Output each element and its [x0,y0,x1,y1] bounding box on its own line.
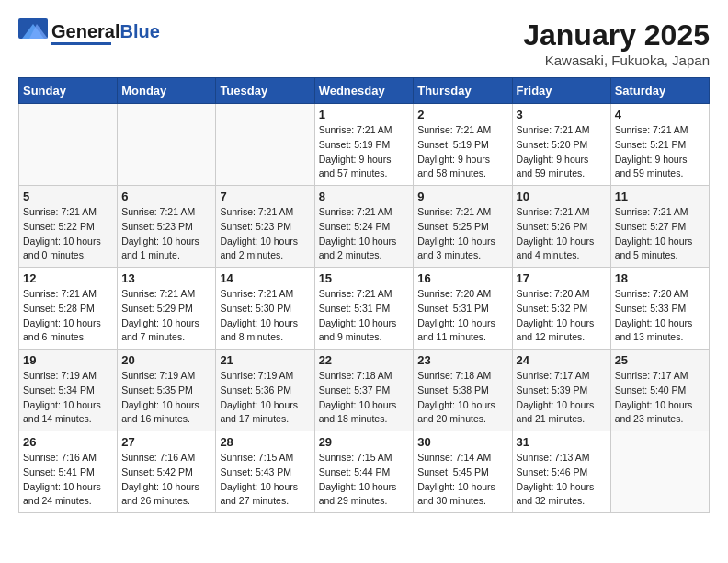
calendar-cell: 26Sunrise: 7:16 AMSunset: 5:41 PMDayligh… [19,431,118,513]
day-number: 26 [23,435,113,449]
title-area: January 2025 Kawasaki, Fukuoka, Japan [523,18,710,68]
calendar-cell: 7Sunrise: 7:21 AMSunset: 5:23 PMDaylight… [216,186,314,268]
logo-underline [51,42,111,45]
day-number: 16 [417,271,507,285]
day-info: Sunrise: 7:21 AMSunset: 5:23 PMDaylight:… [121,205,211,263]
calendar-header-row: SundayMondayTuesdayWednesdayThursdayFrid… [19,78,710,104]
day-info: Sunrise: 7:21 AMSunset: 5:19 PMDaylight:… [417,123,507,181]
calendar-cell: 1Sunrise: 7:21 AMSunset: 5:19 PMDaylight… [314,104,414,186]
calendar-cell: 6Sunrise: 7:21 AMSunset: 5:23 PMDaylight… [118,186,216,268]
day-number: 11 [615,190,705,203]
logo-icon [18,18,48,48]
day-header-saturday: Saturday [610,78,709,104]
day-header-wednesday: Wednesday [314,78,414,104]
calendar-cell: 21Sunrise: 7:19 AMSunset: 5:36 PMDayligh… [216,350,314,431]
day-number: 27 [121,435,211,449]
day-info: Sunrise: 7:17 AMSunset: 5:39 PMDaylight:… [517,369,607,427]
day-number: 4 [615,108,705,121]
day-number: 22 [319,353,410,367]
day-number: 28 [220,435,310,449]
calendar-cell: 9Sunrise: 7:21 AMSunset: 5:25 PMDaylight… [414,186,512,268]
day-info: Sunrise: 7:21 AMSunset: 5:23 PMDaylight:… [220,205,310,263]
day-info: Sunrise: 7:21 AMSunset: 5:30 PMDaylight:… [220,287,310,345]
day-number: 17 [517,271,607,285]
day-info: Sunrise: 7:16 AMSunset: 5:41 PMDaylight:… [23,451,113,509]
calendar-cell [118,104,216,186]
day-info: Sunrise: 7:21 AMSunset: 5:25 PMDaylight:… [417,205,507,263]
calendar-cell: 10Sunrise: 7:21 AMSunset: 5:26 PMDayligh… [512,186,610,268]
day-header-sunday: Sunday [19,78,118,104]
day-info: Sunrise: 7:21 AMSunset: 5:31 PMDaylight:… [319,287,410,345]
day-info: Sunrise: 7:16 AMSunset: 5:42 PMDaylight:… [121,451,211,509]
day-number: 18 [615,271,705,285]
calendar-cell: 3Sunrise: 7:21 AMSunset: 5:20 PMDaylight… [512,104,610,186]
logo-general-text: GeneralBlue [51,21,160,42]
day-info: Sunrise: 7:21 AMSunset: 5:19 PMDaylight:… [319,123,410,181]
day-info: Sunrise: 7:18 AMSunset: 5:37 PMDaylight:… [319,369,410,427]
day-info: Sunrise: 7:20 AMSunset: 5:31 PMDaylight:… [417,287,507,345]
month-title: January 2025 [523,18,710,52]
day-info: Sunrise: 7:15 AMSunset: 5:43 PMDaylight:… [220,451,310,509]
day-number: 2 [417,108,507,121]
day-number: 23 [417,353,507,367]
day-number: 1 [319,108,410,121]
day-info: Sunrise: 7:21 AMSunset: 5:27 PMDaylight:… [615,205,705,263]
calendar-cell [19,104,118,186]
day-info: Sunrise: 7:20 AMSunset: 5:33 PMDaylight:… [615,287,705,345]
calendar-cell: 5Sunrise: 7:21 AMSunset: 5:22 PMDaylight… [19,186,118,268]
day-info: Sunrise: 7:21 AMSunset: 5:26 PMDaylight:… [517,205,607,263]
day-header-thursday: Thursday [414,78,512,104]
calendar-cell [216,104,314,186]
calendar-cell: 8Sunrise: 7:21 AMSunset: 5:24 PMDaylight… [314,186,414,268]
day-number: 5 [23,190,113,203]
header: GeneralBlue January 2025 Kawasaki, Fukuo… [18,18,710,68]
day-number: 25 [615,353,705,367]
day-info: Sunrise: 7:19 AMSunset: 5:36 PMDaylight:… [220,369,310,427]
calendar-cell: 2Sunrise: 7:21 AMSunset: 5:19 PMDaylight… [414,104,512,186]
calendar-cell: 27Sunrise: 7:16 AMSunset: 5:42 PMDayligh… [118,431,216,513]
day-number: 30 [417,435,507,449]
day-info: Sunrise: 7:14 AMSunset: 5:45 PMDaylight:… [417,451,507,509]
day-info: Sunrise: 7:15 AMSunset: 5:44 PMDaylight:… [319,451,410,509]
day-info: Sunrise: 7:21 AMSunset: 5:22 PMDaylight:… [23,205,113,263]
calendar-cell: 15Sunrise: 7:21 AMSunset: 5:31 PMDayligh… [314,268,414,350]
day-number: 6 [121,190,211,203]
day-info: Sunrise: 7:21 AMSunset: 5:24 PMDaylight:… [319,205,410,263]
calendar-cell: 25Sunrise: 7:17 AMSunset: 5:40 PMDayligh… [610,350,709,431]
calendar-week-row: 12Sunrise: 7:21 AMSunset: 5:28 PMDayligh… [19,268,710,350]
calendar-cell: 13Sunrise: 7:21 AMSunset: 5:29 PMDayligh… [118,268,216,350]
calendar-cell: 14Sunrise: 7:21 AMSunset: 5:30 PMDayligh… [216,268,314,350]
day-number: 8 [319,190,410,203]
day-number: 13 [121,271,211,285]
calendar-table: SundayMondayTuesdayWednesdayThursdayFrid… [18,77,710,513]
calendar-cell: 4Sunrise: 7:21 AMSunset: 5:21 PMDaylight… [610,104,709,186]
day-number: 20 [121,353,211,367]
day-number: 21 [220,353,310,367]
day-header-monday: Monday [118,78,216,104]
day-info: Sunrise: 7:21 AMSunset: 5:21 PMDaylight:… [615,123,705,181]
calendar-cell: 30Sunrise: 7:14 AMSunset: 5:45 PMDayligh… [414,431,512,513]
day-info: Sunrise: 7:21 AMSunset: 5:28 PMDaylight:… [23,287,113,345]
calendar-cell: 24Sunrise: 7:17 AMSunset: 5:39 PMDayligh… [512,350,610,431]
calendar-cell: 28Sunrise: 7:15 AMSunset: 5:43 PMDayligh… [216,431,314,513]
day-number: 19 [23,353,113,367]
day-number: 3 [517,108,607,121]
day-header-tuesday: Tuesday [216,78,314,104]
day-info: Sunrise: 7:20 AMSunset: 5:32 PMDaylight:… [517,287,607,345]
calendar-week-row: 19Sunrise: 7:19 AMSunset: 5:34 PMDayligh… [19,350,710,431]
day-info: Sunrise: 7:13 AMSunset: 5:46 PMDaylight:… [517,451,607,509]
day-info: Sunrise: 7:19 AMSunset: 5:35 PMDaylight:… [121,369,211,427]
calendar-cell: 11Sunrise: 7:21 AMSunset: 5:27 PMDayligh… [610,186,709,268]
day-number: 14 [220,271,310,285]
calendar-cell: 17Sunrise: 7:20 AMSunset: 5:32 PMDayligh… [512,268,610,350]
day-number: 12 [23,271,113,285]
day-info: Sunrise: 7:19 AMSunset: 5:34 PMDaylight:… [23,369,113,427]
location: Kawasaki, Fukuoka, Japan [523,52,710,68]
calendar-week-row: 5Sunrise: 7:21 AMSunset: 5:22 PMDaylight… [19,186,710,268]
calendar-cell: 29Sunrise: 7:15 AMSunset: 5:44 PMDayligh… [314,431,414,513]
calendar-cell: 31Sunrise: 7:13 AMSunset: 5:46 PMDayligh… [512,431,610,513]
calendar-week-row: 1Sunrise: 7:21 AMSunset: 5:19 PMDaylight… [19,104,710,186]
day-info: Sunrise: 7:17 AMSunset: 5:40 PMDaylight:… [615,369,705,427]
day-info: Sunrise: 7:21 AMSunset: 5:29 PMDaylight:… [121,287,211,345]
day-info: Sunrise: 7:18 AMSunset: 5:38 PMDaylight:… [417,369,507,427]
